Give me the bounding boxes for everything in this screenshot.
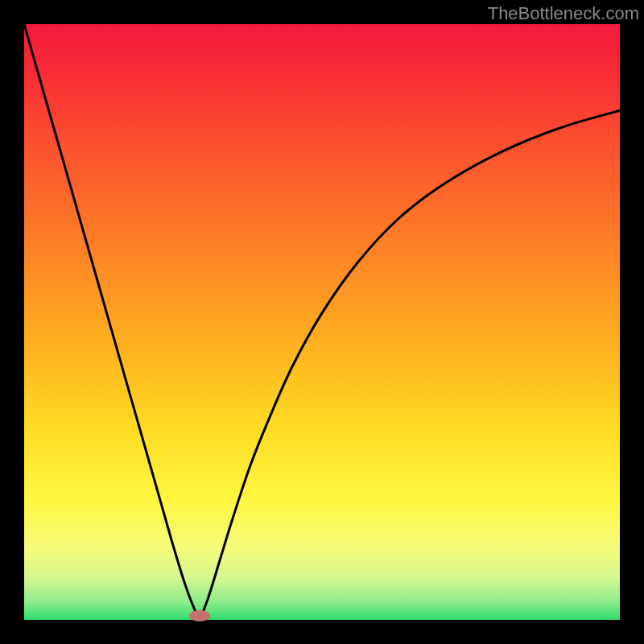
minimum-marker — [189, 610, 210, 621]
plot-area — [24, 24, 620, 620]
curve-right-branch — [200, 110, 620, 620]
curve-left-branch — [24, 24, 200, 620]
watermark-text: TheBottleneck.com — [488, 3, 639, 24]
bottleneck-curve — [24, 24, 620, 620]
